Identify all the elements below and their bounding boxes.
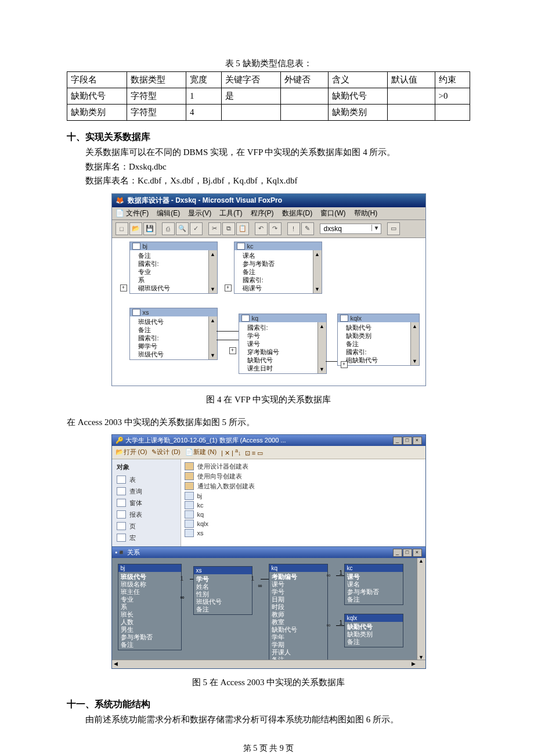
field: 教师 <box>272 611 325 618</box>
window-controls[interactable]: _□× <box>392 436 422 445</box>
paste-icon[interactable]: 📋 <box>236 222 249 235</box>
scrollbar[interactable] <box>410 322 419 365</box>
field: 时段 <box>272 603 325 611</box>
relations-canvas[interactable]: bj 班级代号 班级名称 班主任 专业 系 班长 人数 男生 参与考勤否 备注 … <box>112 558 425 668</box>
open-button[interactable]: 📂打开 (O) <box>116 448 147 456</box>
table-row: 缺勤代号 字符型 1 是 缺勤代号 >0 <box>67 88 470 105</box>
nav-item-pages[interactable]: 页 <box>114 521 178 532</box>
relation-line <box>326 361 337 362</box>
field: 备注 <box>121 641 179 649</box>
table-box-kqlx[interactable]: kqlx 缺勤代号 缺勤类别 备注 國索引: 砲缺勤代号 <box>337 314 420 366</box>
undo-icon[interactable]: ↶ <box>255 222 268 235</box>
list-item[interactable]: kqlx <box>185 519 422 528</box>
scrollbar[interactable] <box>317 322 326 373</box>
field: 专业 <box>121 596 179 603</box>
th: 数据类型 <box>127 72 186 88</box>
menu-item[interactable]: 📄 文件(F) <box>116 208 149 218</box>
relation-line <box>217 340 239 340</box>
rel-box-xs[interactable]: xs 学号 姓名 性别 班级代号 备注 <box>193 566 252 615</box>
design-icon[interactable]: ✎ <box>301 222 314 235</box>
database-combo[interactable]: dxskq <box>320 224 381 234</box>
scrollbar[interactable] <box>208 316 217 359</box>
table-box-kc[interactable]: kc 课名 参与考勤否 备注 國索引: 砲课号 <box>234 242 322 294</box>
menu-item[interactable]: 数据库(D) <box>282 208 313 218</box>
rel-box-kqlx[interactable]: kqlx 缺勤代号 缺勤类别 备注 <box>344 614 403 647</box>
vertical-scrollbar[interactable] <box>417 558 425 660</box>
table-row: 缺勤类别 字符型 4 缺勤类别 <box>67 105 470 121</box>
access-object-list[interactable]: 使用设计器创建表 使用向导创建表 通过输入数据创建表 bj kc kq kqlx… <box>181 459 425 546</box>
nav-item-macros[interactable]: 宏 <box>114 532 178 543</box>
list-item[interactable]: 通过输入数据创建表 <box>185 481 422 491</box>
rel-title: kc <box>345 564 403 572</box>
close-icon[interactable]: × <box>413 437 422 445</box>
nav-item-forms[interactable]: 窗体 <box>114 498 178 509</box>
table-box-xs[interactable]: xs 班级代号 备注 國索引: 卿学号 班级代号 <box>129 308 218 360</box>
table-box-kq[interactable]: kq 國索引: 学号 课号 穿考勤编号 缺勤代号 课生日时 <box>239 314 327 374</box>
print-icon[interactable]: ⎙ <box>162 222 175 235</box>
field: 砌班级代号 <box>138 284 215 292</box>
field: 专业 <box>138 268 215 276</box>
list-item[interactable]: 使用向导创建表 <box>185 471 422 481</box>
run-icon[interactable]: ! <box>287 222 300 235</box>
nav-item-reports[interactable]: 报表 <box>114 509 178 520</box>
minimize-icon[interactable]: _ <box>393 549 402 557</box>
design-button[interactable]: ✎设计 (D) <box>151 448 180 456</box>
horizontal-scrollbar[interactable] <box>112 660 425 668</box>
minimize-icon[interactable]: _ <box>393 437 402 445</box>
preview-icon[interactable]: 🔍 <box>176 222 189 235</box>
field: 备注 <box>243 268 319 276</box>
close-icon[interactable]: × <box>413 549 422 557</box>
list-item[interactable]: kc <box>185 501 422 510</box>
table-title: kqlx <box>351 315 362 322</box>
menu-item[interactable]: 程序(P) <box>251 208 274 218</box>
access-nav-pane[interactable]: 对象 表 查询 窗体 报表 页 宏 <box>112 459 181 546</box>
nav-item-queries[interactable]: 查询 <box>114 486 178 497</box>
vfp-canvas: bj 备注 國索引: 专业 系 砌班级代号 + kc 课名 参与考勤否 备注 <box>112 238 425 386</box>
scrollbar[interactable] <box>313 250 322 293</box>
menu-item[interactable]: 工具(T) <box>219 208 242 218</box>
expand-icon[interactable]: + <box>120 285 127 291</box>
table-box-bj[interactable]: bj 备注 國索引: 专业 系 砌班级代号 <box>129 242 218 294</box>
cut-icon[interactable]: ✂ <box>208 222 221 235</box>
nav-item-tables[interactable]: 表 <box>114 474 178 485</box>
window-icon[interactable]: ▭ <box>387 222 400 235</box>
rel-box-kc[interactable]: kc 课号 课名 参与考勤否 备注 <box>344 564 403 605</box>
menu-item[interactable]: 窗口(W) <box>320 208 345 218</box>
redo-icon[interactable]: ↷ <box>269 222 282 235</box>
td <box>221 105 281 121</box>
vfp-toolbar[interactable]: □ 📂 💾 ⎙ 🔍 ✓ ✂ ⧉ 📋 ↶ ↷ ! ✎ dxskq ▭ <box>112 220 425 238</box>
td: 是 <box>221 88 281 105</box>
wizard-icon <box>185 472 194 480</box>
body-text: 关系数据库可以在不同的 DBMS 实现，在 VFP 中实现的关系数据库如图 4 … <box>85 146 470 159</box>
menu-item[interactable]: 显示(V) <box>188 208 211 218</box>
scrollbar[interactable] <box>208 250 217 293</box>
list-item[interactable]: xs <box>185 528 422 538</box>
rel-box-kq[interactable]: kq 考勤编号 课号 学号 日期 时段 教师 教室 缺勤代号 学年 学期 开课人… <box>269 564 328 665</box>
section-10-title: 十、实现关系数据库 <box>67 131 470 143</box>
table-icon <box>241 315 250 322</box>
new-icon[interactable]: □ <box>116 222 128 235</box>
menu-item[interactable]: 帮助(H) <box>354 208 378 218</box>
window-controls[interactable]: _□× <box>392 548 422 557</box>
expand-icon[interactable]: + <box>229 347 236 354</box>
access-toolbar[interactable]: 📂打开 (O) ✎设计 (D) 📄新建 (N) | ✕ | a↓ ⊡ ≡ ▭ <box>112 446 425 459</box>
field: 课名 <box>243 251 319 260</box>
field: 学期 <box>272 641 325 649</box>
expand-icon[interactable]: + <box>225 285 232 291</box>
new-button[interactable]: 📄新建 (N) <box>185 448 217 456</box>
copy-icon[interactable]: ⧉ <box>222 222 235 235</box>
open-icon[interactable]: 📂 <box>129 222 142 235</box>
menu-item[interactable]: 编辑(E) <box>157 208 180 218</box>
list-item[interactable]: bj <box>185 491 422 501</box>
rel-box-bj[interactable]: bj 班级代号 班级名称 班主任 专业 系 班长 人数 男生 参与考勤否 备注 <box>118 564 182 650</box>
th: 约束 <box>435 72 470 88</box>
list-item[interactable]: 使用设计器创建表 <box>185 462 422 471</box>
list-item[interactable]: kq <box>185 510 422 519</box>
spell-icon[interactable]: ✓ <box>190 222 203 235</box>
maximize-icon[interactable]: □ <box>403 437 412 445</box>
maximize-icon[interactable]: □ <box>403 549 412 557</box>
save-icon[interactable]: 💾 <box>143 222 156 235</box>
expand-icon[interactable]: + <box>341 361 348 368</box>
vfp-menu-bar[interactable]: 📄 文件(F) 编辑(E) 显示(V) 工具(T) 程序(P) 数据库(D) 窗… <box>112 207 425 220</box>
field: 课号 <box>347 573 400 581</box>
